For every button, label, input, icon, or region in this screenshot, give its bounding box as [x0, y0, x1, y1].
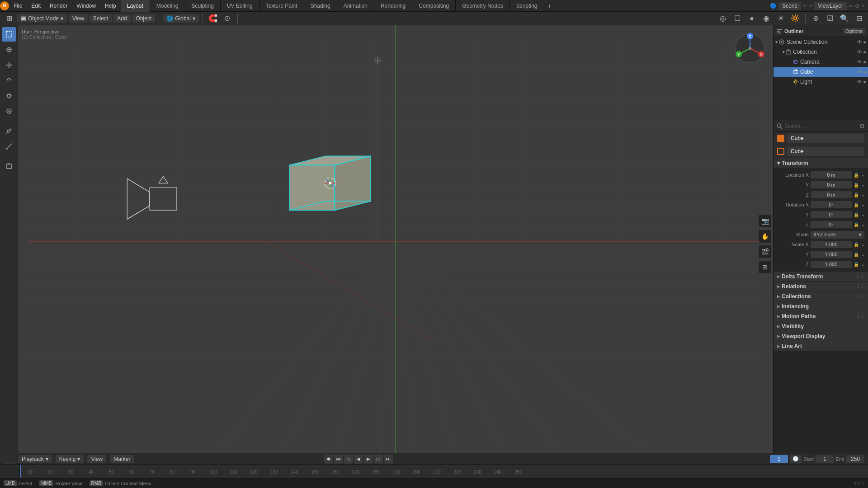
- scale-z-anim[interactable]: ⬥: [862, 262, 864, 267]
- viewport-display-header[interactable]: ▸ Viewport Display: [774, 331, 868, 341]
- tab-rendering[interactable]: Rendering: [374, 0, 412, 12]
- current-frame-display[interactable]: 1: [770, 455, 788, 463]
- overlay-btn[interactable]: ◎: [717, 13, 729, 24]
- tab-texture-paint[interactable]: Texture Paint: [259, 0, 304, 12]
- tab-scripting[interactable]: Scripting: [510, 0, 544, 12]
- viewport-camera-icon[interactable]: 📷: [759, 215, 771, 227]
- scene-col-eye[interactable]: 👁: [857, 39, 862, 45]
- tab-geometry-nodes[interactable]: Geometry Nodes: [456, 0, 510, 12]
- location-z-anim[interactable]: ⬥: [862, 192, 864, 197]
- keying-menu[interactable]: Keying ▾: [56, 455, 84, 463]
- annotate-tool[interactable]: [2, 124, 16, 138]
- rotation-x-lock[interactable]: 🔒: [854, 202, 860, 207]
- next-keyframe-btn[interactable]: ▷: [374, 455, 383, 464]
- scale-x-lock[interactable]: 🔒: [854, 242, 860, 247]
- location-y-lock[interactable]: 🔒: [854, 183, 860, 188]
- tab-shading[interactable]: Shading: [304, 0, 337, 12]
- outliner-camera[interactable]: ▾ Camera 👁 ●: [774, 57, 868, 67]
- scale-y-value[interactable]: 1.000: [811, 251, 852, 258]
- playback-menu[interactable]: Playback ▾: [18, 455, 52, 463]
- location-x-lock[interactable]: 🔒: [854, 173, 860, 178]
- scene-name[interactable]: Scene: [778, 2, 801, 10]
- play-btn[interactable]: ▶: [364, 455, 373, 464]
- tab-compositing[interactable]: Compositing: [412, 0, 456, 12]
- cube-restrict[interactable]: ●: [863, 69, 866, 75]
- jump-end-btn[interactable]: ⏭: [384, 455, 393, 464]
- marker-menu[interactable]: Marker: [110, 455, 134, 463]
- view-layer-name[interactable]: ViewLayer: [814, 2, 847, 10]
- location-x-value[interactable]: 0 m: [811, 171, 852, 178]
- tab-sculpting[interactable]: Sculpting: [185, 0, 221, 12]
- transform-section-header[interactable]: ▾ Transform: [774, 158, 868, 168]
- cam-restrict[interactable]: ●: [863, 59, 866, 65]
- location-y-anim[interactable]: ⬥: [862, 183, 864, 188]
- visibility-header[interactable]: ▸ Visibility: [774, 321, 868, 331]
- rotation-z-lock[interactable]: 🔒: [854, 222, 860, 227]
- scale-y-lock[interactable]: 🔒: [854, 252, 860, 257]
- timeline-ruler[interactable]: 10 20 30 40 50 60 70 80 90 100 110 120 1…: [0, 465, 868, 479]
- tab-add[interactable]: +: [544, 2, 555, 9]
- line-art-header[interactable]: ▸ Line Art: [774, 341, 868, 351]
- rotation-mode-dropdown[interactable]: XYZ Euler ▾: [811, 231, 864, 239]
- proportional-edit-btn[interactable]: ⊙: [221, 13, 234, 24]
- solid-shading-btn[interactable]: ●: [745, 13, 758, 24]
- relations-header[interactable]: ▸ Relations ⋮⋮: [774, 282, 868, 291]
- xray-btn[interactable]: ☐: [731, 13, 744, 24]
- eevee-btn[interactable]: 🔆: [789, 13, 802, 24]
- object-mode-dropdown[interactable]: ▣ Object Mode ▾: [17, 14, 67, 23]
- view-timeline-menu[interactable]: View: [87, 455, 106, 463]
- light-eye[interactable]: 👁: [857, 79, 862, 84]
- light-restrict[interactable]: ●: [863, 79, 866, 84]
- rotation-y-value[interactable]: 0°: [811, 211, 852, 218]
- delta-transform-header[interactable]: ▸ Delta Transform ⋮⋮: [774, 272, 868, 282]
- location-z-value[interactable]: 0 m: [811, 191, 852, 198]
- main-viewport[interactable]: User Perspective (1) Collection | Cube Z…: [18, 25, 773, 463]
- select-menu[interactable]: Select: [90, 14, 112, 23]
- add-mesh-tool[interactable]: [2, 159, 16, 174]
- scale-x-anim[interactable]: ⬥: [862, 242, 864, 247]
- rotation-y-anim[interactable]: ⬥: [862, 212, 864, 217]
- move-tool[interactable]: [2, 58, 16, 72]
- transform-tool[interactable]: [2, 104, 16, 118]
- cam-eye[interactable]: 👁: [857, 59, 862, 65]
- location-y-value[interactable]: 0 m: [811, 181, 852, 188]
- overlay-btn2[interactable]: ☑: [824, 13, 836, 24]
- start-time-icon[interactable]: 🕐: [790, 455, 802, 463]
- engine-selector[interactable]: 🔵: [770, 3, 777, 9]
- start-frame-display[interactable]: 1: [816, 455, 834, 463]
- measure-tool[interactable]: [2, 139, 16, 154]
- location-x-anim[interactable]: ⬥: [862, 173, 864, 178]
- col-restrict[interactable]: ●: [863, 49, 866, 55]
- scale-x-value[interactable]: 1.000: [811, 241, 852, 248]
- rotation-x-value[interactable]: 0°: [811, 201, 852, 208]
- search-btn[interactable]: 🔍: [838, 13, 851, 24]
- scale-z-value[interactable]: 1.000: [811, 261, 852, 268]
- viewport-lock-icon[interactable]: 🎬: [759, 245, 771, 258]
- orientation-gizmo[interactable]: Z X Y: [734, 33, 766, 64]
- material-shading-btn[interactable]: ◉: [760, 13, 773, 24]
- outliner-cube[interactable]: ▾ Cube 👁 ●: [774, 67, 868, 77]
- mesh-name-field[interactable]: Cube: [787, 147, 864, 156]
- filter-btn[interactable]: ⊟: [853, 13, 865, 24]
- play-back-btn[interactable]: ◀: [354, 455, 363, 464]
- props-search-input[interactable]: Search...: [784, 123, 857, 129]
- tab-modeling[interactable]: Modeling: [150, 0, 185, 12]
- menu-window[interactable]: Window: [72, 0, 100, 12]
- col-eye[interactable]: 👁: [857, 49, 862, 55]
- menu-help[interactable]: Help: [100, 0, 121, 12]
- view-menu[interactable]: View: [69, 14, 88, 23]
- outliner-light[interactable]: ▾ Light 👁 ●: [774, 77, 868, 87]
- rotation-x-anim[interactable]: ⬥: [862, 202, 864, 207]
- location-z-lock[interactable]: 🔒: [854, 192, 860, 197]
- transform-orientation[interactable]: 🌐 Global ▾: [163, 14, 199, 23]
- menu-render[interactable]: Render: [45, 0, 72, 12]
- cursor-tool[interactable]: [2, 42, 16, 57]
- menu-edit[interactable]: Edit: [27, 0, 45, 12]
- viewport-grid-icon[interactable]: ⊞: [759, 261, 771, 273]
- props-pin-icon[interactable]: [859, 123, 865, 129]
- scale-z-lock[interactable]: 🔒: [854, 262, 860, 267]
- scale-y-anim[interactable]: ⬥: [862, 252, 864, 257]
- tab-layout[interactable]: Layout: [121, 0, 150, 12]
- viewport-hand-icon[interactable]: ✋: [759, 230, 771, 243]
- jump-start-btn[interactable]: ⏮: [334, 455, 343, 464]
